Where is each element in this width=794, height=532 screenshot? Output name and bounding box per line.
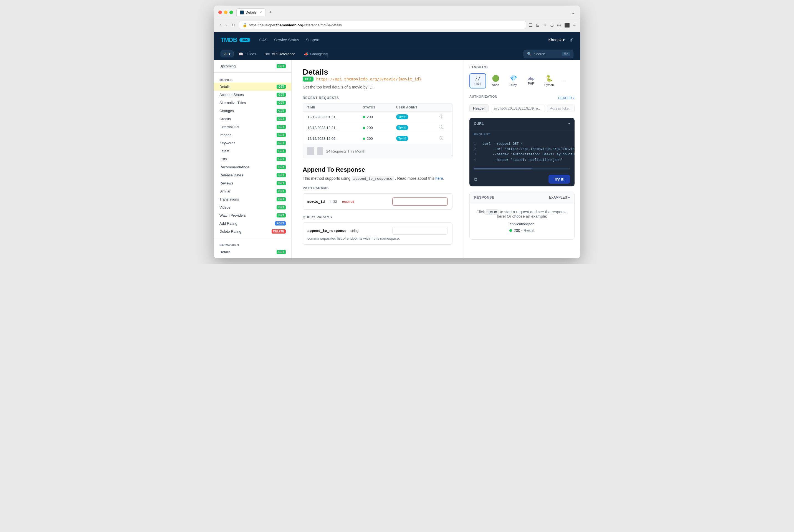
search-placeholder: Search bbox=[534, 52, 545, 56]
lang-btn-shell[interactable]: // Shell bbox=[469, 73, 486, 89]
minimize-button[interactable] bbox=[224, 11, 227, 14]
request-info-icon[interactable]: ⓘ bbox=[439, 125, 448, 130]
try-it-button[interactable]: Try It! bbox=[548, 175, 570, 184]
lang-btn-node[interactable]: 🟢 Node bbox=[487, 72, 504, 89]
main-content: Upcoming GET MOVIES Details GET Account … bbox=[214, 60, 580, 258]
col-time: TIME bbox=[307, 106, 363, 109]
reader-view-icon[interactable]: ☰ bbox=[529, 22, 533, 28]
sidebar-item-changes[interactable]: Changes GET bbox=[214, 107, 291, 115]
address-bar[interactable]: 🔒 https://developer.themoviedb.org/refer… bbox=[239, 21, 526, 29]
theme-toggle-icon[interactable]: ☀ bbox=[569, 37, 573, 43]
examples-label: EXAMPLES bbox=[549, 195, 567, 200]
path-params-title: PATH PARAMS bbox=[303, 186, 453, 190]
extensions-icon[interactable]: ⬛ bbox=[564, 22, 570, 28]
sidebar-item-watch-providers[interactable]: Watch Providers GET bbox=[214, 211, 291, 220]
response-hint-rest: to start a request and see the response … bbox=[497, 210, 568, 218]
tab-bar: T Details ✕ + bbox=[237, 8, 568, 16]
forward-button[interactable]: › bbox=[224, 21, 228, 28]
response-title: RESPONSE bbox=[474, 195, 494, 200]
profile-icon[interactable]: ◎ bbox=[557, 22, 561, 28]
menu-icon[interactable]: ≡ bbox=[573, 22, 576, 28]
version-select[interactable]: v3 ▾ bbox=[221, 51, 233, 57]
sidebar-item-networks-details[interactable]: Details GET bbox=[214, 248, 291, 256]
search-box[interactable]: 🔍 Search ⌘K bbox=[524, 50, 573, 58]
reader-mode-icon[interactable]: ⊟ bbox=[536, 22, 540, 28]
sidebar-item-account-states[interactable]: Account States GET bbox=[214, 91, 291, 99]
param-input-movie-id[interactable] bbox=[392, 197, 448, 206]
tab-guides[interactable]: 📖 Guides bbox=[235, 50, 260, 58]
auth-header-label: HEADER ℹ bbox=[558, 96, 574, 100]
browser-tab[interactable]: T Details ✕ bbox=[237, 8, 266, 16]
close-button[interactable] bbox=[218, 11, 222, 14]
sidebar-item-reviews[interactable]: Reviews GET bbox=[214, 179, 291, 187]
sidebar-item-keywords[interactable]: Keywords GET bbox=[214, 139, 291, 147]
sidebar-item-add-rating[interactable]: Add Rating POST bbox=[214, 220, 291, 227]
top-nav-right: Khonok ▾ ☀ bbox=[548, 37, 573, 43]
sidebar-item-external-ids[interactable]: External IDs GET bbox=[214, 123, 291, 131]
auth-title: AUTHORIZATION bbox=[469, 95, 497, 98]
auth-token-value[interactable]: eyJhbGciOiJIUzI1NiJ9.eyJhdWQiOiI2Mjhj bbox=[491, 104, 545, 112]
sidebar-divider bbox=[214, 72, 291, 73]
code-scrollbar[interactable] bbox=[474, 168, 570, 170]
sidebar-item-release-dates[interactable]: Release Dates GET bbox=[214, 171, 291, 179]
tab-changelog[interactable]: 📣 Changelog bbox=[300, 50, 332, 58]
sidebar-item-alternative-titles[interactable]: Alternative Titles GET bbox=[214, 99, 291, 107]
pocket-icon[interactable]: ⊙ bbox=[550, 22, 554, 28]
copy-code-button[interactable]: ⧉ bbox=[474, 177, 477, 182]
sidebar-item-details[interactable]: Details GET bbox=[214, 83, 291, 91]
sidebar-item-delete-rating[interactable]: Delete Rating DELETE bbox=[214, 227, 291, 235]
code-block-header: CURL ▾ bbox=[469, 118, 574, 129]
new-tab-button[interactable]: + bbox=[267, 10, 275, 15]
sidebar-item-credits[interactable]: Credits GET bbox=[214, 115, 291, 123]
examples-button[interactable]: EXAMPLES ▾ bbox=[549, 195, 570, 200]
append-link[interactable]: here bbox=[435, 176, 443, 180]
back-button[interactable]: ‹ bbox=[218, 21, 222, 28]
nav-link-oas[interactable]: OAS bbox=[259, 38, 267, 42]
auth-token-placeholder[interactable]: Access Toke... bbox=[547, 104, 574, 112]
reload-button[interactable]: ↻ bbox=[230, 21, 236, 29]
lang-label-php: PHP bbox=[528, 82, 534, 85]
request-info-icon[interactable]: ⓘ bbox=[439, 136, 448, 141]
sidebar-item-recommendations[interactable]: Recommendations GET bbox=[214, 163, 291, 171]
version-chevron-icon: ▾ bbox=[229, 52, 230, 56]
maximize-button[interactable] bbox=[229, 11, 233, 14]
tab-api-reference[interactable]: </> API Reference bbox=[261, 50, 299, 58]
query-params-section: QUERY PARAMS append_to_response string c… bbox=[303, 215, 453, 245]
lang-label-node: Node bbox=[492, 83, 499, 87]
sidebar-item-latest[interactable]: Latest GET bbox=[214, 147, 291, 155]
request-status: 200 bbox=[363, 115, 396, 119]
lang-btn-ruby[interactable]: 💎 Ruby bbox=[505, 72, 522, 89]
user-menu[interactable]: Khonok ▾ bbox=[548, 38, 565, 42]
sidebar-item-translations[interactable]: Translations GET bbox=[214, 195, 291, 203]
sidebar-item-images[interactable]: Images GET bbox=[214, 131, 291, 139]
append-description: This method supports using append_to_res… bbox=[303, 176, 453, 180]
lang-label-ruby: Ruby bbox=[510, 83, 517, 87]
nav-link-service-status[interactable]: Service Status bbox=[274, 38, 299, 42]
sidebar-item-videos[interactable]: Videos GET bbox=[214, 203, 291, 211]
curl-chevron-icon[interactable]: ▾ bbox=[568, 121, 570, 126]
book-icon: 📖 bbox=[239, 52, 243, 56]
param-desc-append: comma separated list of endpoints within… bbox=[307, 236, 400, 241]
sidebar-item-similar[interactable]: Similar GET bbox=[214, 187, 291, 195]
sidebar-item-lists[interactable]: Lists GET bbox=[214, 155, 291, 163]
code-line: 2 --url 'https://api.themoviedb.org/3/mo… bbox=[474, 147, 570, 152]
lang-btn-python[interactable]: 🐍 Python bbox=[541, 72, 557, 89]
param-row-append: append_to_response string comma separate… bbox=[303, 223, 453, 245]
lang-btn-php[interactable]: php PHP bbox=[523, 74, 539, 88]
append-code: append_to_response bbox=[352, 176, 394, 181]
request-time: 12/12/2023 12:21 ... bbox=[307, 126, 363, 130]
user-chevron-icon: ▾ bbox=[563, 38, 565, 42]
nav-link-support[interactable]: Support bbox=[306, 38, 319, 42]
request-info-icon[interactable]: ⓘ bbox=[439, 114, 448, 119]
more-languages-icon[interactable]: ⋯ bbox=[559, 75, 568, 86]
bookmark-icon[interactable]: ☆ bbox=[543, 22, 547, 28]
logo-badge: OAS bbox=[240, 38, 250, 42]
recent-requests-title: RECENT REQUESTS bbox=[303, 96, 453, 100]
param-input-append[interactable] bbox=[392, 227, 448, 235]
top-nav: TMDB OAS OAS Service Status Support Khon… bbox=[214, 32, 580, 48]
lock-icon: 🔒 bbox=[243, 23, 247, 27]
request-thumbnail bbox=[307, 147, 314, 155]
top-nav-links: OAS Service Status Support bbox=[259, 38, 319, 42]
tab-close-button[interactable]: ✕ bbox=[259, 11, 262, 15]
sidebar-item-upcoming[interactable]: Upcoming GET bbox=[214, 62, 291, 70]
